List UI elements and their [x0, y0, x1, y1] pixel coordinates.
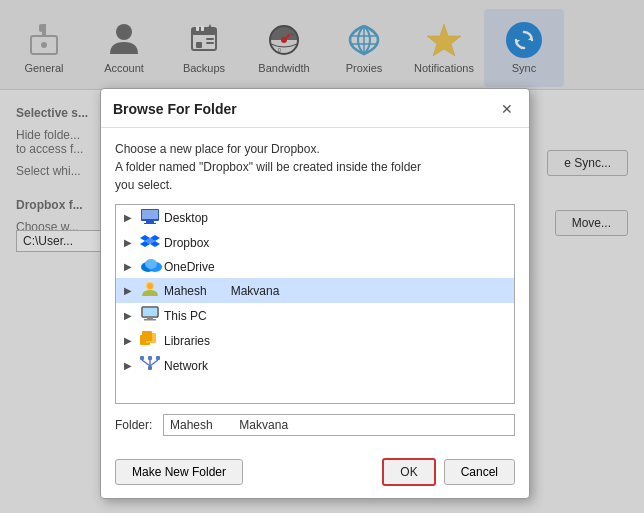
tree-item-desktop[interactable]: ▶ Desktop [116, 205, 514, 230]
dialog-close-button[interactable]: ✕ [497, 99, 517, 119]
svg-rect-25 [146, 221, 154, 223]
svg-rect-39 [143, 308, 157, 316]
svg-rect-27 [142, 210, 158, 219]
svg-point-37 [147, 283, 153, 289]
svg-rect-48 [148, 356, 152, 360]
tree-item-thispc[interactable]: ▶ This PC [116, 303, 514, 328]
folder-value-input[interactable] [163, 414, 515, 436]
chevron-icon: ▶ [124, 212, 136, 223]
chevron-icon: ▶ [124, 335, 136, 346]
svg-rect-41 [144, 319, 156, 321]
tree-onedrive-label: OneDrive [164, 260, 215, 274]
svg-rect-46 [140, 356, 144, 360]
svg-point-35 [145, 259, 157, 269]
tree-thispc-label: This PC [164, 309, 207, 323]
tree-item-network[interactable]: ▶ Network [116, 353, 514, 378]
tree-item-mahesh[interactable]: ▶ Mahesh Makvana [116, 278, 514, 303]
tree-libraries-label: Libraries [164, 334, 210, 348]
tree-item-onedrive[interactable]: ▶ OneDrive [116, 255, 514, 278]
chevron-icon: ▶ [124, 310, 136, 321]
dialog-description: Choose a new place for your Dropbox. A f… [115, 140, 515, 194]
svg-line-50 [142, 360, 150, 366]
folder-label-text: Folder: [115, 418, 155, 432]
ok-button[interactable]: OK [382, 458, 435, 486]
tree-mahesh-first-label: Mahesh [164, 284, 207, 298]
dialog-buttons: Make New Folder OK Cancel [101, 458, 529, 498]
tree-mahesh-last-label: Makvana [231, 284, 280, 298]
tree-network-label: Network [164, 359, 208, 373]
svg-rect-44 [142, 331, 152, 341]
svg-rect-45 [148, 366, 152, 370]
tree-desktop-label: Desktop [164, 211, 208, 225]
file-tree[interactable]: ▶ Desktop ▶ [115, 204, 515, 404]
folder-row: Folder: [115, 414, 515, 436]
dialog-body: Choose a new place for your Dropbox. A f… [101, 128, 529, 458]
chevron-icon: ▶ [124, 261, 136, 272]
dialog-titlebar: Browse For Folder ✕ [101, 89, 529, 128]
browse-folder-dialog: Browse For Folder ✕ Choose a new place f… [100, 88, 530, 499]
tree-item-dropbox[interactable]: ▶ Dropbox [116, 230, 514, 255]
svg-rect-26 [144, 223, 156, 224]
tree-item-libraries[interactable]: ▶ Libraries [116, 328, 514, 353]
app-window: General Account [0, 0, 644, 513]
chevron-icon: ▶ [124, 360, 136, 371]
chevron-icon: ▶ [124, 285, 136, 296]
tree-dropbox-label: Dropbox [164, 236, 209, 250]
svg-line-51 [150, 360, 158, 366]
cancel-button[interactable]: Cancel [444, 459, 515, 485]
svg-rect-40 [147, 317, 153, 319]
dialog-title: Browse For Folder [113, 101, 237, 117]
make-new-folder-button[interactable]: Make New Folder [115, 459, 243, 485]
svg-rect-47 [156, 356, 160, 360]
chevron-icon: ▶ [124, 237, 136, 248]
